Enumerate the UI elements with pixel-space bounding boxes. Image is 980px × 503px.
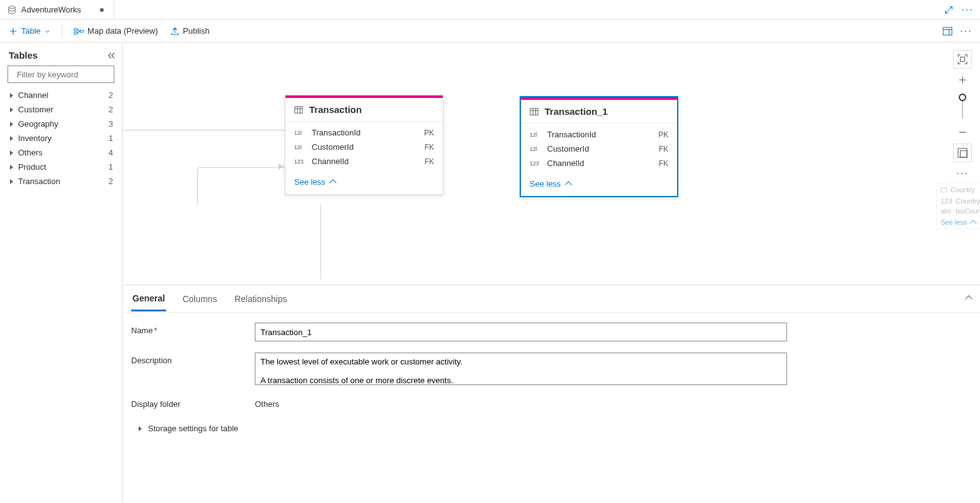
edge-line	[320, 205, 321, 280]
toolbar-more-icon[interactable]: ···	[961, 26, 971, 36]
caret-icon	[10, 107, 13, 112]
column-row[interactable]: 12lTransactionIdPK	[521, 127, 677, 142]
zoom-slider-thumb[interactable]	[959, 94, 966, 101]
sidebar-title: Tables	[9, 50, 37, 61]
layout-panel-icon[interactable]	[943, 26, 953, 36]
chevron-up-icon	[565, 181, 572, 188]
expand-diagonal-icon[interactable]	[944, 5, 954, 15]
title-tab-adventureworks[interactable]: AdventureWorks	[0, 0, 114, 19]
name-input[interactable]	[255, 323, 787, 341]
svg-rect-3	[80, 30, 83, 32]
column-key: FK	[425, 157, 434, 166]
svg-rect-4	[943, 27, 952, 34]
tab-general[interactable]: General	[131, 287, 166, 311]
sidebar-item-label: Channel	[18, 90, 48, 100]
tables-sidebar: Tables Channel2 Customer2 Geography3 Inv…	[0, 42, 122, 503]
fit-view-button[interactable]	[953, 50, 972, 69]
sidebar-item-count: 2	[109, 177, 113, 186]
svg-rect-7	[941, 187, 947, 192]
tab-columns[interactable]: Columns	[181, 288, 218, 310]
column-type: 123	[294, 159, 305, 165]
sidebar-item-inventory[interactable]: Inventory1	[2, 131, 119, 145]
properties-tabs: General Columns Relationships	[122, 285, 980, 313]
zoom-in-button[interactable]	[953, 74, 972, 86]
toolbar-separator	[62, 25, 62, 37]
column-name: IsoCountry	[956, 207, 980, 215]
zoom-slider[interactable]	[962, 94, 963, 119]
sidebar-item-count: 4	[109, 148, 113, 157]
more-ellipsis-icon[interactable]: ···	[963, 5, 973, 15]
column-name: TransactionId	[547, 130, 596, 139]
database-icon	[7, 6, 16, 14]
column-type: 12l	[294, 130, 305, 136]
sidebar-item-others[interactable]: Others4	[2, 145, 119, 160]
column-row[interactable]: 12lCustomerIdFK	[285, 140, 443, 154]
column-type: 123	[941, 197, 952, 205]
sidebar-item-label: Others	[18, 148, 42, 157]
column-type: 12l	[530, 132, 541, 138]
see-less-button[interactable]: See less	[521, 174, 677, 196]
column-key: PK	[658, 130, 668, 139]
new-table-button[interactable]: Table	[5, 24, 54, 38]
layout-toggle-button[interactable]	[953, 144, 972, 162]
column-name: CustomerId	[312, 142, 354, 152]
edge-line	[122, 130, 287, 130]
sidebar-item-count: 2	[109, 105, 113, 114]
table-card-transaction[interactable]: Transaction 12lTransactionIdPK 12lCustom…	[285, 95, 443, 195]
map-data-button[interactable]: Map data (Preview)	[70, 24, 162, 38]
column-name: CustomerId	[547, 144, 589, 154]
caret-icon	[10, 150, 13, 155]
sidebar-item-channel[interactable]: Channel2	[2, 88, 119, 102]
caret-icon	[10, 165, 13, 170]
chevron-up-icon	[329, 179, 336, 186]
see-less-label: See less	[941, 218, 967, 226]
sidebar-item-transaction[interactable]: Transaction2	[2, 174, 119, 188]
see-less-label: See less	[530, 179, 561, 188]
collapse-panel-button[interactable]	[966, 294, 971, 303]
column-type: abc	[941, 207, 952, 215]
column-key: PK	[424, 129, 434, 137]
zoom-out-button[interactable]	[953, 126, 972, 139]
caret-icon	[10, 122, 13, 127]
collapse-sidebar-icon[interactable]	[107, 52, 116, 59]
title-tab-label: AdventureWorks	[21, 5, 81, 14]
storage-settings-label: Storage settings for table	[148, 424, 239, 433]
column-name: CountryId	[956, 197, 980, 205]
canvas-more-button[interactable]: ···	[953, 167, 972, 180]
svg-rect-1	[74, 29, 77, 31]
column-type: 12l	[530, 146, 541, 152]
sidebar-item-product[interactable]: Product1	[2, 160, 119, 174]
title-tab-bar: AdventureWorks ···	[0, 0, 980, 20]
sidebar-item-label: Geography	[18, 119, 58, 129]
svg-rect-6	[530, 108, 538, 115]
publish-button[interactable]: Publish	[167, 24, 214, 38]
svg-rect-5	[295, 106, 302, 113]
column-row[interactable]: 123ChannelIdFK	[521, 156, 677, 170]
column-key: FK	[659, 145, 668, 154]
column-name: ChannelId	[547, 159, 584, 168]
table-icon	[941, 187, 947, 193]
column-row[interactable]: 12lTransactionIdPK	[285, 125, 443, 140]
name-label: Name*	[131, 323, 255, 335]
new-table-label: Table	[21, 26, 41, 36]
sidebar-item-customer[interactable]: Customer2	[2, 102, 119, 117]
canvas-tool-strip: ···	[953, 50, 973, 180]
see-less-button[interactable]: See less	[937, 216, 980, 228]
card-title: Transaction	[309, 104, 362, 115]
table-icon	[530, 107, 538, 116]
description-textarea[interactable]	[255, 353, 787, 385]
edge-line	[197, 167, 289, 205]
tab-relationships[interactable]: Relationships	[233, 288, 288, 310]
column-row[interactable]: 12lCustomerIdFK	[521, 142, 677, 156]
card-title: Transaction_1	[545, 106, 608, 117]
sidebar-item-label: Inventory	[18, 134, 51, 143]
column-row[interactable]: 123ChannelIdFK	[285, 154, 443, 168]
table-card-transaction-1[interactable]: Transaction_1 12lTransactionIdPK 12lCust…	[520, 96, 678, 197]
sidebar-item-geography[interactable]: Geography3	[2, 117, 119, 131]
chevron-up-icon	[965, 295, 972, 302]
table-card-peek[interactable]: Country 123CountryId abcIsoCountry See l…	[936, 183, 980, 229]
filter-input[interactable]	[17, 70, 122, 79]
storage-settings-toggle[interactable]: Storage settings for table	[131, 420, 971, 437]
see-less-button[interactable]: See less	[285, 172, 443, 194]
filter-input-wrapper[interactable]	[7, 66, 114, 83]
